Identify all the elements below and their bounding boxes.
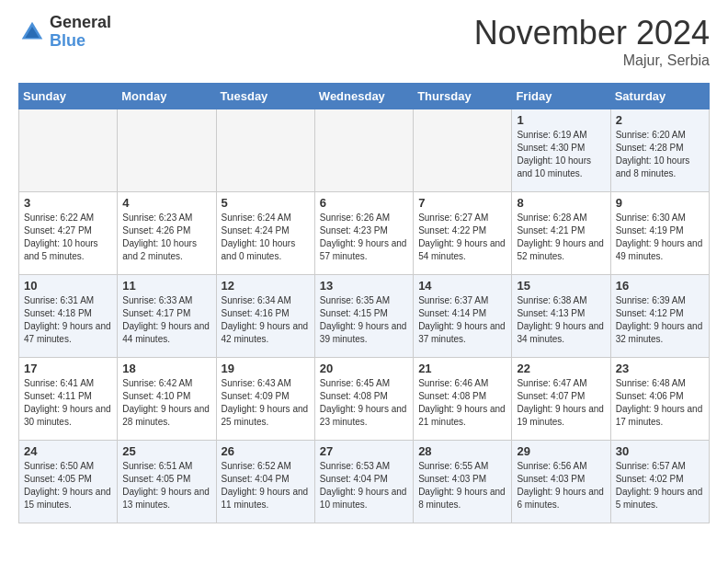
day-number: 12 — [222, 279, 310, 293]
logo-text: General Blue — [50, 14, 111, 51]
day-cell: 16Sunrise: 6:39 AM Sunset: 4:12 PM Dayli… — [610, 275, 709, 358]
location: Majur, Serbia — [474, 52, 710, 69]
header-cell-tuesday: Tuesday — [216, 84, 314, 109]
day-number: 21 — [418, 362, 506, 375]
day-cell: 4Sunrise: 6:23 AM Sunset: 4:26 PM Daylig… — [118, 192, 216, 275]
day-cell: 11Sunrise: 6:33 AM Sunset: 4:17 PM Dayli… — [118, 275, 216, 358]
day-cell: 6Sunrise: 6:26 AM Sunset: 4:23 PM Daylig… — [314, 192, 413, 275]
day-info: Sunrise: 6:39 AM Sunset: 4:12 PM Dayligh… — [616, 294, 704, 346]
header-cell-monday: Monday — [118, 84, 216, 109]
day-number: 14 — [418, 279, 506, 293]
day-info: Sunrise: 6:34 AM Sunset: 4:16 PM Dayligh… — [222, 294, 310, 346]
day-cell: 19Sunrise: 6:43 AM Sunset: 4:09 PM Dayli… — [216, 358, 314, 441]
day-info: Sunrise: 6:50 AM Sunset: 4:05 PM Dayligh… — [24, 460, 112, 511]
day-number: 4 — [122, 196, 210, 210]
day-info: Sunrise: 6:30 AM Sunset: 4:19 PM Dayligh… — [616, 212, 704, 263]
day-info: Sunrise: 6:37 AM Sunset: 4:14 PM Dayligh… — [418, 294, 506, 346]
day-number: 1 — [517, 113, 605, 127]
day-cell: 30Sunrise: 6:57 AM Sunset: 4:02 PM Dayli… — [610, 441, 709, 523]
day-info: Sunrise: 6:51 AM Sunset: 4:05 PM Dayligh… — [122, 460, 210, 511]
day-number: 10 — [24, 279, 112, 293]
day-number: 13 — [320, 279, 408, 293]
day-number: 22 — [517, 362, 605, 375]
week-row-1: 3Sunrise: 6:22 AM Sunset: 4:27 PM Daylig… — [19, 192, 710, 275]
day-cell: 17Sunrise: 6:41 AM Sunset: 4:11 PM Dayli… — [19, 358, 118, 441]
day-info: Sunrise: 6:48 AM Sunset: 4:06 PM Dayligh… — [616, 377, 704, 429]
day-info: Sunrise: 6:41 AM Sunset: 4:11 PM Dayligh… — [24, 377, 112, 429]
day-cell: 21Sunrise: 6:46 AM Sunset: 4:08 PM Dayli… — [414, 358, 512, 441]
day-number: 3 — [24, 196, 112, 210]
title-block: November 2024 Majur, Serbia — [474, 14, 710, 69]
day-info: Sunrise: 6:55 AM Sunset: 4:03 PM Dayligh… — [418, 460, 506, 511]
day-info: Sunrise: 6:53 AM Sunset: 4:04 PM Dayligh… — [320, 460, 408, 511]
day-info: Sunrise: 6:20 AM Sunset: 4:28 PM Dayligh… — [616, 129, 704, 180]
day-number: 28 — [418, 444, 506, 458]
day-info: Sunrise: 6:31 AM Sunset: 4:18 PM Dayligh… — [24, 294, 112, 346]
day-number: 29 — [517, 444, 605, 458]
day-number: 16 — [616, 279, 704, 293]
day-cell: 2Sunrise: 6:20 AM Sunset: 4:28 PM Daylig… — [610, 109, 709, 192]
day-cell: 20Sunrise: 6:45 AM Sunset: 4:08 PM Dayli… — [314, 358, 413, 441]
day-number: 9 — [616, 196, 704, 210]
day-info: Sunrise: 6:28 AM Sunset: 4:21 PM Dayligh… — [517, 212, 605, 263]
logo-blue-text: Blue — [50, 32, 111, 51]
day-cell: 14Sunrise: 6:37 AM Sunset: 4:14 PM Dayli… — [414, 275, 512, 358]
day-number: 6 — [320, 196, 408, 210]
day-info: Sunrise: 6:19 AM Sunset: 4:30 PM Dayligh… — [517, 129, 605, 180]
logo: General Blue — [18, 14, 111, 51]
day-number: 15 — [517, 279, 605, 293]
header: General Blue November 2024 Majur, Serbia — [18, 14, 710, 69]
day-cell: 13Sunrise: 6:35 AM Sunset: 4:15 PM Dayli… — [314, 275, 413, 358]
day-cell: 22Sunrise: 6:47 AM Sunset: 4:07 PM Dayli… — [512, 358, 610, 441]
day-cell — [314, 109, 413, 192]
day-cell: 23Sunrise: 6:48 AM Sunset: 4:06 PM Dayli… — [610, 358, 709, 441]
day-number: 25 — [122, 444, 210, 458]
day-number: 27 — [320, 444, 408, 458]
day-info: Sunrise: 6:46 AM Sunset: 4:08 PM Dayligh… — [418, 377, 506, 429]
day-info: Sunrise: 6:22 AM Sunset: 4:27 PM Dayligh… — [24, 212, 112, 263]
week-row-0: 1Sunrise: 6:19 AM Sunset: 4:30 PM Daylig… — [19, 109, 710, 192]
day-info: Sunrise: 6:52 AM Sunset: 4:04 PM Dayligh… — [222, 460, 310, 511]
day-number: 17 — [24, 362, 112, 375]
day-cell: 12Sunrise: 6:34 AM Sunset: 4:16 PM Dayli… — [216, 275, 314, 358]
calendar-header: SundayMondayTuesdayWednesdayThursdayFrid… — [19, 84, 710, 109]
header-row: SundayMondayTuesdayWednesdayThursdayFrid… — [19, 84, 710, 109]
day-cell: 7Sunrise: 6:27 AM Sunset: 4:22 PM Daylig… — [414, 192, 512, 275]
day-number: 7 — [418, 196, 506, 210]
day-number: 24 — [24, 444, 112, 458]
header-cell-sunday: Sunday — [19, 84, 118, 109]
day-cell: 29Sunrise: 6:56 AM Sunset: 4:03 PM Dayli… — [512, 441, 610, 523]
day-cell — [118, 109, 216, 192]
day-number: 26 — [222, 444, 310, 458]
day-cell: 1Sunrise: 6:19 AM Sunset: 4:30 PM Daylig… — [512, 109, 610, 192]
calendar-table: SundayMondayTuesdayWednesdayThursdayFrid… — [18, 83, 710, 523]
day-info: Sunrise: 6:45 AM Sunset: 4:08 PM Dayligh… — [320, 377, 408, 429]
week-row-3: 17Sunrise: 6:41 AM Sunset: 4:11 PM Dayli… — [19, 358, 710, 441]
day-cell — [414, 109, 512, 192]
day-cell — [216, 109, 314, 192]
header-cell-wednesday: Wednesday — [314, 84, 413, 109]
day-number: 8 — [517, 196, 605, 210]
week-row-2: 10Sunrise: 6:31 AM Sunset: 4:18 PM Dayli… — [19, 275, 710, 358]
day-info: Sunrise: 6:35 AM Sunset: 4:15 PM Dayligh… — [320, 294, 408, 346]
day-cell: 8Sunrise: 6:28 AM Sunset: 4:21 PM Daylig… — [512, 192, 610, 275]
day-info: Sunrise: 6:27 AM Sunset: 4:22 PM Dayligh… — [418, 212, 506, 263]
day-cell: 10Sunrise: 6:31 AM Sunset: 4:18 PM Dayli… — [19, 275, 118, 358]
logo-general-text: General — [50, 14, 111, 32]
logo-icon — [18, 18, 46, 46]
day-number: 5 — [222, 196, 310, 210]
day-cell — [19, 109, 118, 192]
day-cell: 3Sunrise: 6:22 AM Sunset: 4:27 PM Daylig… — [19, 192, 118, 275]
header-cell-friday: Friday — [512, 84, 610, 109]
day-cell: 24Sunrise: 6:50 AM Sunset: 4:05 PM Dayli… — [19, 441, 118, 523]
day-cell: 27Sunrise: 6:53 AM Sunset: 4:04 PM Dayli… — [314, 441, 413, 523]
day-info: Sunrise: 6:24 AM Sunset: 4:24 PM Dayligh… — [222, 212, 310, 263]
day-number: 20 — [320, 362, 408, 375]
day-number: 18 — [122, 362, 210, 375]
header-cell-thursday: Thursday — [414, 84, 512, 109]
day-cell: 25Sunrise: 6:51 AM Sunset: 4:05 PM Dayli… — [118, 441, 216, 523]
month-title: November 2024 — [474, 14, 710, 52]
week-row-4: 24Sunrise: 6:50 AM Sunset: 4:05 PM Dayli… — [19, 441, 710, 523]
day-info: Sunrise: 6:26 AM Sunset: 4:23 PM Dayligh… — [320, 212, 408, 263]
day-cell: 5Sunrise: 6:24 AM Sunset: 4:24 PM Daylig… — [216, 192, 314, 275]
